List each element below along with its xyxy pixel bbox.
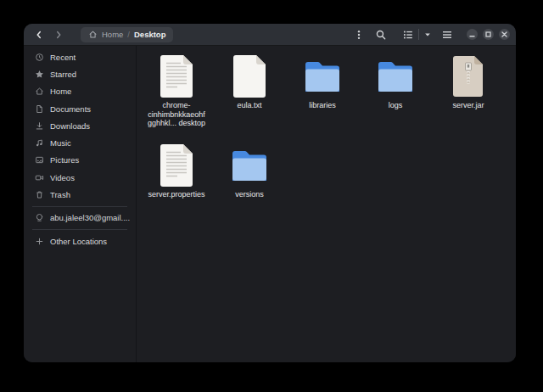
sidebar-item-label: Pictures <box>50 155 79 165</box>
toolbar-divider <box>418 29 419 40</box>
file-item-versions[interactable]: versions <box>213 144 286 233</box>
view-options-button[interactable] <box>423 28 433 42</box>
breadcrumb-home[interactable]: Home <box>102 30 123 39</box>
sidebar: Recent Starred Home Documents Downloads … <box>24 46 137 362</box>
sidebar-item-label: Trash <box>50 190 70 199</box>
maximize-button[interactable] <box>483 29 494 40</box>
sidebar-item-label: Music <box>50 138 71 148</box>
headerbar: Home / Desktop <box>24 24 516 46</box>
breadcrumb[interactable]: Home / Desktop <box>81 27 173 42</box>
sidebar-item-downloads[interactable]: Downloads <box>24 117 136 134</box>
document-icon <box>35 104 44 114</box>
blank-file-icon <box>233 55 266 98</box>
sidebar-separator <box>32 206 127 207</box>
file-item-chrome-desktop[interactable]: chrome- cinhimbnkkaeohf gghhkl... deskto… <box>140 55 213 144</box>
sidebar-item-label: abu.jaleel30@gmail.... <box>50 213 130 222</box>
picture-icon <box>35 155 44 165</box>
clock-icon <box>35 53 44 62</box>
sidebar-item-videos[interactable]: Videos <box>24 169 136 186</box>
file-label: logs <box>389 101 403 110</box>
video-camera-icon <box>35 173 44 182</box>
minimize-icon <box>468 31 476 38</box>
list-view-icon <box>402 29 414 41</box>
back-button[interactable] <box>32 28 46 42</box>
sidebar-item-label: Videos <box>50 173 75 182</box>
sidebar-item-music[interactable]: Music <box>24 134 136 151</box>
kebab-menu-icon <box>353 29 365 41</box>
sidebar-item-online-account[interactable]: abu.jaleel30@gmail.... <box>24 210 136 227</box>
star-icon <box>35 70 44 79</box>
home-icon <box>35 87 44 96</box>
maximize-icon <box>484 31 492 38</box>
sidebar-item-label: Downloads <box>50 121 90 131</box>
list-view-button[interactable] <box>401 28 415 42</box>
forward-button[interactable] <box>52 28 65 42</box>
folder-icon <box>230 148 269 182</box>
breadcrumb-current[interactable]: Desktop <box>134 30 165 39</box>
sidebar-item-documents[interactable]: Documents <box>24 100 136 117</box>
close-icon <box>501 31 508 38</box>
minimize-button[interactable] <box>467 29 478 40</box>
sidebar-item-label: Home <box>50 87 71 96</box>
text-file-icon <box>160 144 193 187</box>
file-grid[interactable]: chrome- cinhimbnkkaeohf gghhkl... deskto… <box>137 46 516 362</box>
chevron-down-icon <box>423 31 432 39</box>
search-icon <box>375 29 387 41</box>
headerbar-actions <box>352 28 510 42</box>
folder-icon <box>303 59 342 93</box>
plus-icon <box>35 237 44 246</box>
sidebar-item-home[interactable]: Home <box>24 83 136 100</box>
main-menu-button[interactable] <box>440 28 454 42</box>
music-note-icon <box>35 138 44 148</box>
file-item-libraries[interactable]: libraries <box>286 55 359 144</box>
download-icon <box>35 121 44 131</box>
chevron-right-icon <box>53 29 64 41</box>
text-file-icon <box>160 55 193 98</box>
file-label: server.jar <box>452 101 484 110</box>
sidebar-item-label: Documents <box>50 104 91 114</box>
folder-icon <box>376 59 415 93</box>
file-item-server-jar[interactable]: server.jar <box>432 55 505 144</box>
trash-icon <box>35 190 44 199</box>
sidebar-item-starred[interactable]: Starred <box>24 65 136 82</box>
archive-file-icon <box>452 55 484 98</box>
online-account-icon <box>35 213 44 222</box>
file-item-server-properties[interactable]: server.properties <box>140 144 213 233</box>
sidebar-item-pictures[interactable]: Pictures <box>24 152 136 169</box>
files-window: Home / Desktop <box>24 24 516 362</box>
chevron-left-icon <box>33 29 45 41</box>
breadcrumb-separator: / <box>127 30 130 39</box>
file-label: server.properties <box>148 190 204 199</box>
file-item-logs[interactable]: logs <box>359 55 432 144</box>
sidebar-item-trash[interactable]: Trash <box>24 186 136 203</box>
sidebar-item-label: Recent <box>50 53 76 62</box>
file-item-eula-txt[interactable]: eula.txt <box>213 55 286 144</box>
sidebar-item-other-locations[interactable]: Other Locations <box>24 232 136 249</box>
search-button[interactable] <box>374 28 388 42</box>
close-button[interactable] <box>499 29 510 40</box>
sidebar-item-recent[interactable]: Recent <box>24 48 136 65</box>
file-label: eula.txt <box>237 101 261 110</box>
sidebar-separator <box>32 229 127 230</box>
home-icon <box>88 30 98 39</box>
more-options-button[interactable] <box>352 28 366 42</box>
file-label: chrome- cinhimbnkkaeohf gghhkl... deskto… <box>148 101 205 128</box>
sidebar-item-label: Starred <box>50 70 76 79</box>
sidebar-item-label: Other Locations <box>50 237 107 246</box>
hamburger-menu-icon <box>441 29 453 41</box>
file-label: libraries <box>309 101 336 110</box>
file-label: versions <box>235 190 264 199</box>
